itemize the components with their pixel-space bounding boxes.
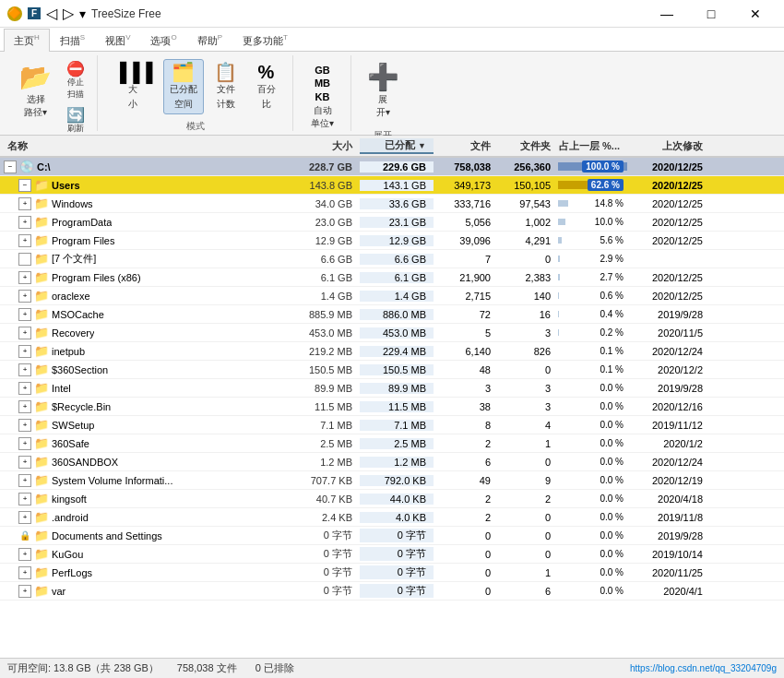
auto-unit-icon: GBMBKB bbox=[315, 64, 330, 103]
expand-button[interactable]: + bbox=[18, 327, 31, 339]
maximize-button[interactable]: □ bbox=[690, 0, 732, 28]
expand-button[interactable]: + bbox=[18, 382, 31, 395]
table-row[interactable]: +📁MSOCache885.9 MB886.0 MB72160.4 %2019/… bbox=[0, 305, 784, 324]
row-date-cell: 2019/11/8 bbox=[627, 512, 710, 523]
table-row[interactable]: +📁KuGou0 字节0 字节000.0 %2019/10/14 bbox=[0, 545, 784, 564]
expand-button[interactable]: + bbox=[18, 216, 31, 229]
table-row[interactable]: +📁ProgramData23.0 GB23.1 GB5,0561,00210.… bbox=[0, 213, 784, 232]
forward-btn[interactable]: ▷ bbox=[63, 5, 74, 22]
table-row[interactable]: +📁System Volume Informati...707.7 KB792.… bbox=[0, 471, 784, 490]
table-row[interactable]: +📁$360Section150.5 MB150.5 MB4800.1 %202… bbox=[0, 361, 784, 379]
row-pct-cell: 2.7 % bbox=[558, 272, 627, 282]
table-row[interactable]: +📁Windows34.0 GB33.6 GB333,71697,54314.8… bbox=[0, 195, 784, 213]
file-count-mode-button[interactable]: 📋 文件 计数 bbox=[208, 59, 244, 114]
ribbon-tab-扫描[interactable]: 扫描S bbox=[50, 29, 95, 52]
stop-scan-button[interactable]: ⛔ 停止 扫描 bbox=[62, 59, 89, 103]
expand-button[interactable]: + bbox=[18, 548, 31, 561]
row-date-cell: 2020/4/1 bbox=[627, 586, 710, 597]
expand-button[interactable] bbox=[18, 253, 31, 266]
expand-button[interactable]: + bbox=[18, 585, 31, 598]
table-row[interactable]: +📁SWSetup7.1 MB7.1 MB840.0 %2019/11/12 bbox=[0, 416, 784, 434]
expand-button[interactable]: + bbox=[18, 419, 31, 432]
row-size-cell: 1.4 GB bbox=[286, 291, 360, 302]
row-size-cell: 143.8 GB bbox=[286, 180, 360, 191]
select-path-label: 选择 bbox=[27, 93, 45, 106]
expand-button[interactable]: + bbox=[18, 308, 31, 321]
col-header-name[interactable]: 名称 bbox=[0, 139, 286, 153]
row-folders-cell: 97,543 bbox=[498, 198, 558, 209]
status-link[interactable]: https://blog.csdn.net/qq_33204709g bbox=[630, 663, 777, 673]
col-header-date[interactable]: 上次修改 bbox=[627, 139, 710, 153]
table-row[interactable]: −💿C:\228.7 GB229.6 GB758,038256,360100.0… bbox=[0, 158, 784, 176]
col-header-files[interactable]: 文件 bbox=[434, 139, 498, 153]
pct-text: 5.6 % bbox=[600, 235, 624, 245]
ribbon-tab-选项[interactable]: 选项O bbox=[140, 29, 186, 52]
select-path-label2: 路径▾ bbox=[24, 106, 47, 119]
expand-button[interactable]: + bbox=[18, 456, 31, 469]
expand-button[interactable]: + bbox=[18, 493, 31, 506]
table-row[interactable]: +📁oraclexe1.4 GB1.4 GB2,7151400.6 %2020/… bbox=[0, 287, 784, 305]
ribbon-tab-主页[interactable]: 主页H bbox=[4, 29, 50, 52]
table-row[interactable]: +📁Program Files12.9 GB12.9 GB39,0964,291… bbox=[0, 232, 784, 250]
expand-button[interactable]: + bbox=[18, 197, 31, 210]
row-pct-cell: 14.8 % bbox=[558, 198, 627, 208]
table-row[interactable]: +📁var0 字节0 字节060.0 %2020/4/1 bbox=[0, 582, 784, 601]
expand-button[interactable]: + bbox=[18, 234, 31, 247]
row-files-cell: 6,140 bbox=[434, 346, 498, 357]
minimize-button[interactable]: — bbox=[646, 0, 688, 28]
table-row[interactable]: +📁Intel89.9 MB89.9 MB330.0 %2019/9/28 bbox=[0, 379, 784, 398]
table-row[interactable]: +📁PerfLogs0 字节0 字节010.0 %2020/11/25 bbox=[0, 564, 784, 582]
size-mode-button[interactable]: ▐▐▐ 大 小 bbox=[107, 59, 160, 114]
expand-button[interactable]: + bbox=[18, 437, 31, 450]
expand-button[interactable]: − bbox=[4, 161, 17, 173]
table-row[interactable]: +📁Program Files (x86)6.1 GB6.1 GB21,9002… bbox=[0, 268, 784, 287]
down-btn[interactable]: ▾ bbox=[79, 6, 86, 21]
table-row[interactable]: 📁[7 个文件]6.6 GB6.6 GB702.9 % bbox=[0, 250, 784, 268]
expand-button[interactable]: + bbox=[18, 400, 31, 413]
expand-button[interactable]: + bbox=[18, 566, 31, 579]
table-row[interactable]: −📁Users143.8 GB143.1 GB349,173150,10562.… bbox=[0, 176, 784, 195]
table-row[interactable]: +📁Recovery453.0 MB453.0 MB530.2 %2020/11… bbox=[0, 324, 784, 342]
row-name-cell: +📁KuGou bbox=[0, 547, 286, 561]
row-date-cell: 2020/12/25 bbox=[627, 272, 710, 283]
percent-mode-button[interactable]: % 百分 比 bbox=[248, 59, 285, 114]
table-row[interactable]: +📁kingsoft40.7 KB44.0 KB220.0 %2020/4/18 bbox=[0, 490, 784, 508]
expand-button[interactable]: + bbox=[18, 511, 31, 524]
col-header-allocated[interactable]: 已分配 ▼ bbox=[360, 138, 434, 154]
allocated-mode-button[interactable]: 🗂️ 已分配 空间 bbox=[163, 59, 204, 114]
col-header-folders[interactable]: 文件夹 bbox=[498, 139, 558, 153]
auto-unit-button[interactable]: GBMBKB 自动 单位▾ bbox=[303, 59, 343, 135]
auto-unit-label2: 单位▾ bbox=[311, 117, 334, 130]
row-alloc-cell: 44.0 KB bbox=[360, 494, 434, 505]
status-excluded: 0 已排除 bbox=[255, 661, 294, 675]
row-files-cell: 5 bbox=[434, 327, 498, 339]
col-header-size[interactable]: 大小 bbox=[286, 139, 360, 153]
ribbon-tab-更多功能[interactable]: 更多功能T bbox=[232, 29, 298, 52]
row-files-cell: 38 bbox=[434, 401, 498, 412]
expand-button[interactable]: + bbox=[18, 290, 31, 303]
table-row[interactable]: +📁360SANDBOX1.2 MB1.2 MB600.0 %2020/12/2… bbox=[0, 453, 784, 471]
ribbon-tab-帮助[interactable]: 帮助P bbox=[187, 29, 232, 52]
expand-button[interactable]: ➕ 展 开▾ bbox=[361, 59, 406, 124]
pct-text: 0.0 % bbox=[600, 567, 624, 577]
col-header-percent[interactable]: 占上一层 %... bbox=[558, 139, 627, 153]
expand-button[interactable]: + bbox=[18, 363, 31, 376]
expand-button[interactable]: + bbox=[18, 474, 31, 487]
select-path-button[interactable]: 📂 选择 路径▾ bbox=[13, 59, 58, 124]
refresh-button[interactable]: 🔄 刷新 bbox=[62, 105, 89, 137]
expand-button[interactable]: + bbox=[18, 345, 31, 358]
row-alloc-cell: 6.1 GB bbox=[360, 272, 434, 283]
table-row[interactable]: 🔒📁Documents and Settings0 字节0 字节000.0 %2… bbox=[0, 527, 784, 545]
ribbon-tab-视图[interactable]: 视图V bbox=[95, 29, 140, 52]
back-btn[interactable]: ◁ bbox=[46, 5, 57, 22]
table-row[interactable]: +📁360Safe2.5 MB2.5 MB210.0 %2020/1/2 bbox=[0, 434, 784, 453]
table-row[interactable]: +📁$Recycle.Bin11.5 MB11.5 MB3830.0 %2020… bbox=[0, 398, 784, 416]
close-button[interactable]: ✕ bbox=[734, 0, 777, 28]
row-alloc-cell: 229.4 MB bbox=[360, 346, 434, 357]
row-files-cell: 758,038 bbox=[434, 161, 498, 172]
table-row[interactable]: +📁.android2.4 KB4.0 KB200.0 %2019/11/8 bbox=[0, 508, 784, 527]
expand-button[interactable]: − bbox=[18, 179, 31, 192]
table-row[interactable]: +📁inetpub219.2 MB229.4 MB6,1408260.1 %20… bbox=[0, 342, 784, 361]
row-name-cell: +📁.android bbox=[0, 510, 286, 524]
expand-button[interactable]: + bbox=[18, 271, 31, 284]
